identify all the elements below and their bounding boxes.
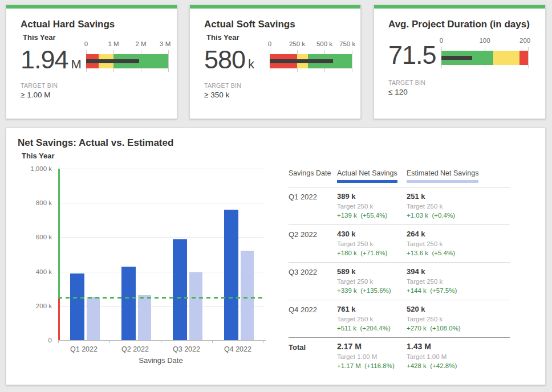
cell-value: 1.43 M [407, 342, 510, 351]
row-label: Total [289, 342, 337, 370]
cell-target: Target 1.00 M [337, 353, 407, 361]
target-bin-value: ≥ 1.00 M [21, 91, 50, 99]
cell-actual: 761 kTarget 250 k+511 k (+204.4%) [337, 305, 407, 332]
cell-variance: +13.6 k (+5.4%) [407, 250, 510, 257]
bullet-tick-label: 2 M [135, 40, 146, 47]
dashboard: Actual Hard Savings This Year 1.94M 01 M… [0, 0, 552, 392]
bullet-tick-label: 500 k [316, 40, 332, 47]
bullet-tick-label: 200 [519, 37, 530, 44]
x-axis-tick [263, 340, 263, 343]
x-axis-label: Q2 2022 [109, 345, 161, 353]
table-row-q4-2022[interactable]: Q4 2022761 kTarget 250 k+511 k (+204.4%)… [289, 300, 510, 337]
y-axis-label: 1,000 k [30, 165, 52, 172]
cell-variance: +139 k (+55.4%) [337, 212, 407, 219]
x-axis-tick [161, 340, 161, 343]
x-axis-tick [58, 340, 59, 343]
cell-value: 264 k [407, 230, 510, 238]
bar-actual-q2-2022[interactable] [121, 267, 136, 340]
cell-target: Target 250 k [337, 240, 407, 248]
cell-target: Target 250 k [407, 240, 510, 248]
target-bin-label: TARGET BIN [204, 82, 241, 89]
cell-estimated: 251 kTarget 250 k+1.03 k (+0.4%) [407, 192, 510, 219]
card-accent-bar [190, 5, 360, 9]
table-row-q2-2022[interactable]: Q2 2022430 kTarget 250 k+180 k (+71.8%)2… [289, 225, 510, 263]
y-axis-label: 400 k [36, 268, 52, 275]
bar-estimated-q2-2022[interactable] [138, 295, 151, 340]
x-axis-label: Q1 2022 [58, 345, 109, 353]
y-axis-label: 600 k [36, 234, 52, 240]
cell-variance: +180 k (+71.8%) [337, 250, 407, 257]
col-header-actual-net-savings: Actual Net Savings [337, 169, 407, 183]
bar-plot: 1,000 k800 k600 k400 k200 k0Q1 2022Q2 20… [58, 169, 263, 340]
cell-value: 2.17 M [337, 342, 407, 351]
bullet-measure-bar [86, 59, 139, 63]
cell-estimated: 394 kTarget 250 k+144 k (+57.5%) [407, 267, 510, 295]
bullet-segment-red [519, 51, 528, 65]
row-label: Q1 2022 [289, 192, 337, 219]
x-axis-label: Q3 2022 [161, 345, 212, 353]
bar-estimated-q3-2022[interactable] [189, 272, 202, 340]
x-axis-tick [212, 340, 213, 343]
x-axis-label: Q4 2022 [212, 345, 263, 353]
bullet-tick-label: 0 [440, 37, 443, 44]
savings-table-header: Savings Date Actual Net Savings Estimate… [289, 169, 510, 187]
kpi-card-actual-hard-savings: Actual Hard Savings This Year 1.94M 01 M… [6, 5, 177, 119]
cell-target: Target 250 k [407, 316, 510, 323]
kpi-callout-value: 1.94M [21, 45, 82, 75]
row-label: Q3 2022 [289, 267, 337, 295]
cell-target: Target 250 k [407, 203, 510, 210]
cell-value: 389 k [337, 192, 407, 201]
bullet-tick-label: 750 k [339, 40, 355, 47]
col-header-label: Savings Date [289, 169, 331, 177]
cell-target: Target 250 k [407, 278, 510, 285]
kpi-value-unit: M [71, 57, 82, 71]
card-accent-bar [6, 5, 177, 9]
savings-table-body: Q1 2022389 kTarget 250 k+139 k (+55.4%)2… [289, 187, 510, 375]
cell-value: 430 k [337, 230, 407, 238]
kpi-card-avg-project-duration: Avg. Project Duration (in days) 71.5 010… [374, 5, 546, 119]
col-header-label: Actual Net Savings [337, 169, 397, 177]
savings-table: Savings Date Actual Net Savings Estimate… [289, 169, 510, 375]
bar-estimated-q1-2022[interactable] [87, 297, 100, 340]
card-title: Actual Soft Savings [204, 19, 295, 30]
bullet-tick-label: 250 k [289, 40, 305, 47]
cell-value: 589 k [337, 267, 407, 276]
cell-target: Target 250 k [337, 316, 407, 323]
legend-swatch-estimated [407, 180, 478, 183]
bar-actual-q3-2022[interactable] [173, 239, 187, 340]
net-savings-card: Net Savings: Actual vs. Estimated This Y… [6, 128, 546, 385]
cell-estimated: 264 kTarget 250 k+13.6 k (+5.4%) [407, 230, 510, 257]
kpi-value-number: 580 [204, 45, 245, 74]
bullet-tick-label: 100 [479, 37, 490, 44]
target-bin-label: TARGET BIN [21, 82, 58, 89]
bullet-segment-yellow [493, 51, 519, 65]
cell-target: Target 250 k [337, 203, 407, 210]
table-row-q3-2022[interactable]: Q3 2022589 kTarget 250 k+339 k (+135.6%)… [289, 263, 510, 300]
chart-title: Net Savings: Actual vs. Estimated [18, 137, 173, 149]
cell-value: 520 k [407, 305, 510, 313]
table-row-q1-2022[interactable]: Q1 2022389 kTarget 250 k+139 k (+55.4%)2… [289, 187, 510, 225]
kpi-value-number: 71.5 [388, 40, 436, 70]
cell-actual: 2.17 MTarget 1.00 M+1.17 M (+116.8%) [337, 342, 407, 370]
gridline [58, 203, 263, 203]
kpi-callout-value: 580k [204, 45, 254, 75]
row-label: Q2 2022 [289, 230, 337, 257]
y-axis-line-above-target [58, 169, 60, 297]
cell-estimated: 520 kTarget 250 k+270 k (+108.0%) [407, 305, 510, 332]
gridline [58, 169, 263, 169]
bullet-measure-bar [441, 56, 472, 60]
bar-actual-q4-2022[interactable] [224, 210, 238, 340]
bar-estimated-q4-2022[interactable] [241, 251, 254, 340]
bullet-tick-label: 0 [268, 40, 271, 47]
cell-actual: 389 kTarget 250 k+139 k (+55.4%) [337, 192, 407, 219]
bar-actual-q1-2022[interactable] [70, 273, 84, 340]
cell-value: 761 k [337, 305, 407, 313]
x-axis-line [58, 340, 266, 341]
bullet-tick [168, 50, 169, 72]
x-axis-title: Savings Date [58, 356, 263, 365]
card-subtitle: This Year [23, 33, 56, 42]
cell-value: 394 k [407, 267, 510, 276]
cell-variance: +1.17 M (+116.8%) [337, 362, 407, 370]
y-axis-label: 200 k [36, 303, 52, 309]
table-row-total[interactable]: Total2.17 MTarget 1.00 M+1.17 M (+116.8%… [289, 337, 510, 375]
